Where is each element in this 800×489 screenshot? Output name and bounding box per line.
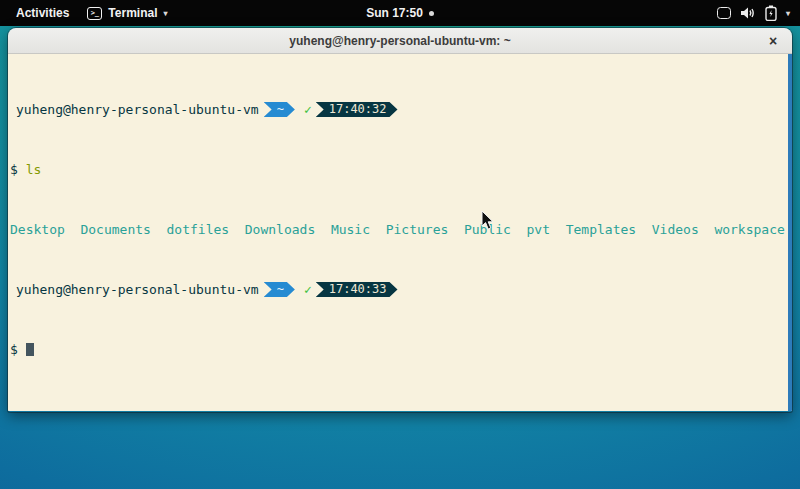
notification-dot-icon [429, 11, 434, 16]
screen-icon [717, 7, 731, 19]
window-titlebar[interactable]: yuheng@henry-personal-ubuntu-vm: ~ × [8, 28, 792, 54]
activities-button[interactable]: Activities [12, 6, 73, 20]
input-line: $ [10, 342, 792, 357]
directory-name: Downloads [245, 222, 315, 237]
command-line: $ ls [10, 162, 792, 177]
ls-output-line: DesktopDocumentsdotfilesDownloadsMusicPi… [10, 222, 792, 237]
directory-name: Videos [652, 222, 699, 237]
prompt-time-segment: 17:40:33 [316, 282, 398, 297]
battery-charging-icon [765, 5, 777, 21]
chevron-down-icon: ▾ [163, 9, 167, 18]
prompt-line-1: yuheng@henry-personal-ubuntu-vm~✓17:40:3… [10, 102, 792, 117]
directory-name: Pictures [386, 222, 449, 237]
command-text: ls [26, 162, 42, 177]
prompt-line-2: yuheng@henry-personal-ubuntu-vm~✓17:40:3… [10, 282, 792, 297]
app-menu-label: Terminal [108, 6, 157, 20]
app-menu[interactable]: >_ Terminal ▾ [87, 6, 167, 20]
directory-name: Documents [80, 222, 150, 237]
desktop: { "topbar": { "activities_label": "Activ… [0, 0, 800, 489]
prompt-char: $ [10, 342, 18, 357]
system-status-area[interactable]: ▾ [717, 5, 800, 21]
terminal-icon: >_ [87, 7, 102, 20]
status-check-icon: ✓ [304, 282, 312, 297]
clock[interactable]: Sun 17:50 [366, 6, 423, 20]
prompt-path-segment: ~ [264, 282, 295, 297]
window-title: yuheng@henry-personal-ubuntu-vm: ~ [289, 34, 510, 48]
directory-name: Templates [566, 222, 636, 237]
terminal-cursor [26, 343, 34, 356]
chevron-down-icon: ▾ [786, 9, 790, 18]
directory-name: Music [331, 222, 370, 237]
directory-name: dotfiles [167, 222, 230, 237]
prompt-user: yuheng@henry-personal-ubuntu-vm [16, 102, 259, 117]
prompt-path-segment: ~ [264, 102, 295, 117]
scrollbar[interactable] [788, 54, 792, 411]
volume-icon [740, 6, 756, 20]
directory-name: workspace [714, 222, 784, 237]
status-check-icon: ✓ [304, 102, 312, 117]
prompt-time-segment: 17:40:32 [316, 102, 398, 117]
directory-name: pvt [527, 222, 550, 237]
prompt-user: yuheng@henry-personal-ubuntu-vm [16, 282, 259, 297]
mouse-cursor-icon [481, 211, 495, 231]
top-bar: Activities >_ Terminal ▾ Sun 17:50 ▾ [0, 0, 800, 26]
close-button[interactable]: × [763, 31, 783, 51]
prompt-char: $ [10, 162, 18, 177]
directory-name: Desktop [10, 222, 65, 237]
terminal-window: yuheng@henry-personal-ubuntu-vm: ~ × yuh… [8, 28, 792, 412]
terminal-content[interactable]: yuheng@henry-personal-ubuntu-vm~✓17:40:3… [8, 54, 792, 411]
